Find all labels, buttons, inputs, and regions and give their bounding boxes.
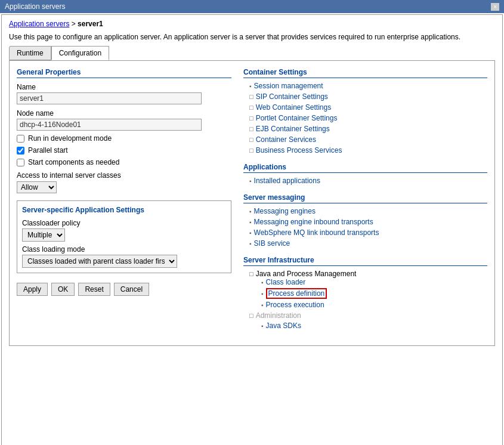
ok-button[interactable]: OK [51, 283, 75, 296]
tab-configuration[interactable]: Configuration [51, 46, 109, 60]
portlet-container-link[interactable]: Portlet Container Settings [256, 114, 338, 122]
ejb-container-item: □ EJB Container Settings [243, 125, 487, 133]
page-description: Use this page to configure an applicatio… [2, 30, 502, 46]
breadcrumb: Application servers > server1 [2, 15, 502, 30]
messaging-engines-item: ▪ Messaging engines [243, 207, 487, 215]
sib-service-item: ▪ SIB service [243, 239, 487, 248]
reset-button[interactable]: Reset [78, 283, 110, 296]
ejb-container-link[interactable]: EJB Container Settings [256, 125, 330, 133]
administration-group: □ Administration ▪ Java SDKs [243, 311, 487, 330]
messaging-inbound-link[interactable]: Messaging engine inbound transports [254, 218, 373, 226]
websphere-mq-item: ▪ WebSphere MQ link inbound transports [243, 228, 487, 237]
container-settings-title: Container Settings [243, 68, 487, 78]
business-process-item: □ Business Process Services [243, 146, 487, 154]
admin-label: Administration [256, 311, 301, 320]
parallel-start-checkbox[interactable] [17, 147, 24, 154]
sip-container-item: □ SIP Container Settings [243, 92, 487, 101]
start-components-checkbox[interactable] [17, 159, 24, 166]
start-components-label: Start components as needed [28, 158, 119, 166]
tab-runtime[interactable]: Runtime [9, 46, 51, 60]
title-bar: Application servers × [0, 0, 504, 13]
breadcrumb-link[interactable]: Application servers [9, 20, 69, 28]
sib-service-link[interactable]: SIB service [254, 239, 290, 248]
admin-expand-icon[interactable]: □ [249, 312, 253, 319]
java-process-label: Java and Process Management [256, 270, 357, 278]
sib-service-bullet: ▪ [249, 240, 252, 247]
container-services-link[interactable]: Container Services [256, 135, 316, 144]
apply-button[interactable]: Apply [17, 283, 48, 296]
messaging-inbound-bullet: ▪ [249, 219, 252, 225]
start-components-row: Start components as needed [17, 158, 231, 166]
process-execution-link[interactable]: Process execution [266, 301, 324, 309]
cancel-button[interactable]: Cancel [114, 283, 149, 296]
dev-mode-checkbox[interactable] [17, 135, 24, 143]
ejb-expand-icon[interactable]: □ [249, 125, 253, 132]
tabs-row: Runtime Configuration [2, 46, 502, 60]
session-management-link[interactable]: Session management [254, 82, 323, 90]
two-column-layout: General Properties Name Node name Run in… [17, 68, 487, 338]
container-settings-section: Container Settings ▪ Session management … [243, 68, 487, 154]
process-execution-item: ▪ Process execution [249, 301, 487, 309]
java-process-header: □ Java and Process Management [249, 270, 487, 278]
main-content: Application servers > server1 Use this p… [1, 14, 503, 445]
node-name-label: Node name [17, 109, 231, 118]
messaging-inbound-item: ▪ Messaging engine inbound transports [243, 218, 487, 226]
class-loading-mode-label: Class loading mode [22, 245, 226, 254]
node-name-input[interactable] [17, 119, 202, 131]
server-infrastructure-section: Server Infrastructure □ Java and Process… [243, 256, 487, 330]
process-definition-item: ▪ Process definition [249, 288, 487, 299]
sip-expand-icon[interactable]: □ [249, 93, 253, 100]
access-select[interactable]: Allow Restrict [17, 181, 57, 193]
title-bar-text: Application servers [5, 2, 65, 11]
server-messaging-section: Server messaging ▪ Messaging engines ▪ M… [243, 193, 487, 248]
business-process-expand-icon[interactable]: □ [249, 147, 253, 154]
java-sdks-link[interactable]: Java SDKs [266, 322, 301, 330]
classloader-policy-label: Classloader policy [22, 219, 226, 227]
web-container-link[interactable]: Web Container Settings [256, 103, 332, 112]
close-icon[interactable]: × [491, 3, 499, 11]
messaging-engines-bullet: ▪ [249, 208, 252, 215]
installed-applications-link[interactable]: Installed applications [254, 177, 320, 185]
applications-section: Applications ▪ Installed applications [243, 163, 487, 185]
class-loader-bullet: ▪ [261, 279, 264, 286]
class-loader-link[interactable]: Class loader [266, 278, 306, 286]
breadcrumb-separator: > [72, 20, 78, 28]
java-sdks-bullet: ▪ [261, 323, 264, 329]
breadcrumb-current: server1 [78, 20, 103, 28]
web-expand-icon[interactable]: □ [249, 104, 253, 111]
websphere-mq-bullet: ▪ [249, 230, 252, 236]
button-row: Apply OK Reset Cancel [17, 283, 231, 296]
container-services-item: □ Container Services [243, 135, 487, 144]
name-label: Name [17, 83, 231, 91]
process-definition-link[interactable]: Process definition [266, 288, 327, 299]
server-infrastructure-title: Server Infrastructure [243, 256, 487, 266]
java-sdks-item: ▪ Java SDKs [249, 322, 487, 330]
portlet-expand-icon[interactable]: □ [249, 115, 253, 122]
installed-apps-item: ▪ Installed applications [243, 177, 487, 185]
class-loader-item: ▪ Class loader [249, 278, 487, 286]
websphere-mq-link[interactable]: WebSphere MQ link inbound transports [254, 228, 379, 237]
content-area: General Properties Name Node name Run in… [9, 60, 495, 346]
java-process-group: □ Java and Process Management ▪ Class lo… [243, 270, 487, 309]
parallel-start-label: Parallel start [28, 146, 68, 154]
web-container-item: □ Web Container Settings [243, 103, 487, 112]
class-loading-mode-select[interactable]: Classes loaded with parent class loader … [22, 255, 177, 268]
dev-mode-row: Run in development mode [17, 134, 231, 143]
name-input[interactable] [17, 92, 202, 104]
classloader-policy-select[interactable]: Multiple Single [22, 228, 65, 242]
business-process-link[interactable]: Business Process Services [256, 146, 342, 154]
java-collapse-icon[interactable]: □ [249, 270, 253, 277]
dev-mode-label: Run in development mode [28, 134, 112, 143]
access-label: Access to internal server classes [17, 171, 231, 180]
installed-apps-bullet: ▪ [249, 178, 252, 184]
portlet-container-item: □ Portlet Container Settings [243, 114, 487, 122]
process-execution-bullet: ▪ [261, 302, 264, 308]
parallel-start-row: Parallel start [17, 146, 231, 154]
messaging-engines-link[interactable]: Messaging engines [254, 207, 316, 215]
session-management-item: ▪ Session management [243, 82, 487, 90]
left-column: General Properties Name Node name Run in… [17, 68, 231, 338]
right-column: Container Settings ▪ Session management … [243, 68, 487, 338]
applications-title: Applications [243, 163, 487, 173]
container-services-expand-icon[interactable]: □ [249, 136, 253, 143]
sip-container-link[interactable]: SIP Container Settings [256, 92, 328, 101]
